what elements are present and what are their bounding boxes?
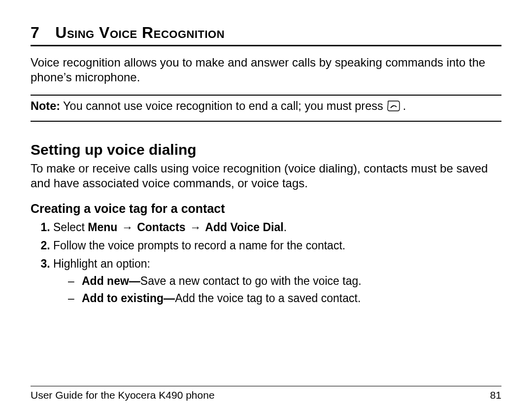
end-call-key-icon bbox=[387, 101, 400, 111]
menu-path-segment: Menu bbox=[88, 221, 117, 234]
chapter-title: Using Voice Recognition bbox=[55, 24, 225, 42]
step-suffix: . bbox=[284, 221, 287, 234]
chapter-number: 7 bbox=[31, 24, 39, 42]
option-label: Add to existing— bbox=[82, 292, 175, 305]
divider bbox=[31, 386, 501, 386]
footer-page-number: 81 bbox=[490, 389, 501, 401]
section-intro: To make or receive calls using voice rec… bbox=[31, 161, 501, 191]
note-label: Note: bbox=[31, 99, 60, 114]
option-text: Save a new contact to go with the voice … bbox=[140, 274, 362, 287]
section-heading: Setting up voice dialing bbox=[31, 141, 501, 158]
divider bbox=[31, 121, 501, 122]
note-period: . bbox=[403, 99, 406, 114]
menu-path-segment: Add Voice Dial bbox=[205, 221, 283, 234]
step-text: Select bbox=[53, 221, 88, 234]
step-3: Highlight an option: Add new—Save a new … bbox=[53, 256, 501, 306]
subsection-heading: Creating a voice tag for a contact bbox=[31, 202, 501, 216]
footer-guide-title: User Guide for the Kyocera K490 phone bbox=[31, 389, 215, 401]
step-list: Select Menu → Contacts → Add Voice Dial.… bbox=[31, 220, 501, 309]
step-1: Select Menu → Contacts → Add Voice Dial. bbox=[53, 220, 501, 235]
divider bbox=[31, 95, 501, 96]
arrow-icon: → bbox=[186, 221, 205, 234]
manual-page: 7 Using Voice Recognition Voice recognit… bbox=[0, 0, 532, 411]
divider bbox=[31, 45, 501, 46]
intro-paragraph: Voice recognition allows you to make and… bbox=[31, 55, 501, 85]
menu-path-segment: Contacts bbox=[137, 221, 185, 234]
option-label: Add new— bbox=[82, 274, 140, 287]
option-list: Add new—Save a new contact to go with th… bbox=[53, 274, 501, 306]
step-text: Highlight an option: bbox=[53, 257, 150, 270]
note-text: You cannot use voice recognition to end … bbox=[63, 99, 383, 114]
page-footer: User Guide for the Kyocera K490 phone 81 bbox=[31, 381, 501, 401]
chapter-heading: 7 Using Voice Recognition bbox=[31, 24, 501, 42]
option-add-existing: Add to existing—Add the voice tag to a s… bbox=[68, 291, 501, 306]
option-text: Add the voice tag to a saved contact. bbox=[175, 292, 361, 305]
arrow-icon: → bbox=[117, 221, 137, 234]
step-2: Follow the voice prompts to record a nam… bbox=[53, 238, 501, 253]
note-line: Note: You cannot use voice recognition t… bbox=[31, 99, 501, 114]
option-add-new: Add new—Save a new contact to go with th… bbox=[68, 274, 501, 289]
